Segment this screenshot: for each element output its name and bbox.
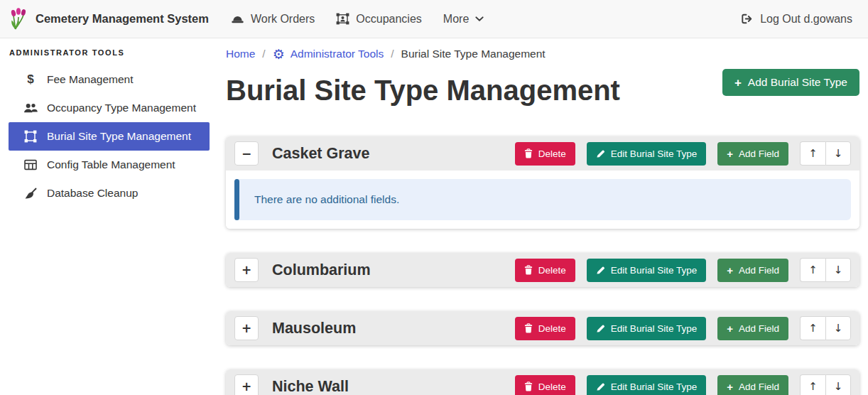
reorder-button-group: ↑ ↓ bbox=[800, 374, 851, 395]
nav-more[interactable]: More bbox=[433, 7, 494, 31]
sidebar-item-label: Fee Management bbox=[47, 73, 134, 86]
app-brand[interactable]: Cemetery Management System bbox=[9, 8, 209, 31]
no-fields-alert: There are no additional fields. bbox=[234, 179, 851, 220]
panel-columbarium: + Columbarium Delete bbox=[226, 253, 859, 287]
panel-niche-wall: + Niche Wall Delete bbox=[226, 369, 859, 395]
edit-label: Edit Burial Site Type bbox=[611, 323, 697, 334]
edit-label: Edit Burial Site Type bbox=[611, 382, 697, 392]
breadcrumb-administrator-tools[interactable]: ⚙ Administrator Tools bbox=[273, 48, 384, 61]
nav-occupancies-label: Occupancies bbox=[356, 13, 422, 26]
logout-label: Log Out d.gowans bbox=[760, 13, 852, 26]
breadcrumb-current: Burial Site Type Management bbox=[401, 48, 546, 60]
app-title: Cemetery Management System bbox=[36, 12, 209, 26]
sidebar-item-burial-site-type-management[interactable]: Burial Site Type Management bbox=[9, 122, 210, 151]
breadcrumb-separator: / bbox=[262, 48, 265, 60]
plus-icon: + bbox=[727, 323, 733, 334]
logout-link[interactable]: Log Out d.gowans bbox=[738, 7, 855, 31]
broom-icon bbox=[22, 188, 39, 200]
users-icon bbox=[22, 102, 39, 114]
panel-title: Mausoleum bbox=[272, 320, 356, 337]
add-field-button[interactable]: + Add Field bbox=[717, 259, 788, 282]
move-down-button[interactable]: ↓ bbox=[825, 316, 851, 340]
panel-title: Casket Grave bbox=[272, 145, 369, 163]
sidebar-item-label: Config Table Management bbox=[47, 158, 175, 171]
sidebar: ADMINISTRATOR TOOLS $ Fee Management Occ… bbox=[0, 38, 217, 395]
move-up-button[interactable]: ↑ bbox=[800, 374, 825, 395]
sidebar-item-label: Burial Site Type Management bbox=[47, 130, 191, 143]
expand-toggle-button[interactable]: + bbox=[234, 374, 259, 395]
delete-button[interactable]: Delete bbox=[515, 142, 575, 166]
delete-label: Delete bbox=[538, 382, 566, 392]
breadcrumb-home[interactable]: Home bbox=[226, 48, 255, 60]
nav-work-orders[interactable]: Work Orders bbox=[220, 7, 325, 31]
edit-burial-site-type-button[interactable]: Edit Burial Site Type bbox=[587, 142, 706, 166]
hard-hat-icon bbox=[231, 13, 244, 24]
panel-body: There are no additional fields. bbox=[226, 171, 859, 229]
page-title: Burial Site Type Management bbox=[226, 71, 620, 109]
reorder-button-group: ↑ ↓ bbox=[800, 316, 851, 340]
pencil-icon bbox=[596, 324, 605, 333]
frame-user-icon bbox=[336, 13, 349, 25]
move-down-button[interactable]: ↓ bbox=[825, 258, 851, 282]
move-down-button[interactable]: ↓ bbox=[825, 374, 851, 395]
sidebar-item-database-cleanup[interactable]: Database Cleanup bbox=[9, 179, 210, 207]
edit-burial-site-type-button[interactable]: Edit Burial Site Type bbox=[587, 259, 706, 282]
alert-left-bar bbox=[234, 179, 239, 220]
add-field-button[interactable]: + Add Field bbox=[717, 375, 788, 395]
no-fields-message: There are no additional fields. bbox=[254, 193, 399, 205]
delete-label: Delete bbox=[538, 323, 566, 334]
delete-button[interactable]: Delete bbox=[515, 375, 575, 395]
panel-title: Columbarium bbox=[272, 261, 371, 279]
logout-icon bbox=[741, 13, 754, 24]
plus-icon: + bbox=[734, 77, 742, 89]
move-up-button[interactable]: ↑ bbox=[800, 258, 825, 282]
sidebar-heading: ADMINISTRATOR TOOLS bbox=[9, 48, 210, 57]
breadcrumb-separator: / bbox=[391, 48, 394, 60]
add-burial-site-type-button[interactable]: + Add Burial Site Type bbox=[722, 69, 859, 96]
delete-label: Delete bbox=[538, 148, 566, 159]
primary-nav: Work Orders Occupancies More bbox=[220, 7, 494, 31]
add-field-button[interactable]: + Add Field bbox=[717, 317, 788, 340]
page-header: Burial Site Type Management + Add Burial… bbox=[226, 63, 859, 136]
edit-label: Edit Burial Site Type bbox=[611, 265, 697, 276]
breadcrumb: Home / ⚙ Administrator Tools / Burial Si… bbox=[226, 45, 859, 63]
collapse-toggle-button[interactable]: − bbox=[234, 141, 259, 166]
expand-toggle-button[interactable]: + bbox=[234, 258, 259, 282]
expand-toggle-button[interactable]: + bbox=[234, 316, 259, 340]
edit-burial-site-type-button[interactable]: Edit Burial Site Type bbox=[587, 317, 706, 340]
table-icon bbox=[22, 159, 39, 171]
nav-occupancies[interactable]: Occupancies bbox=[325, 7, 433, 31]
add-field-label: Add Field bbox=[739, 382, 779, 392]
main-content: Home / ⚙ Administrator Tools / Burial Si… bbox=[217, 38, 868, 395]
sidebar-item-fee-management[interactable]: $ Fee Management bbox=[9, 65, 210, 94]
trash-icon bbox=[524, 382, 533, 391]
nav-more-label: More bbox=[443, 13, 469, 26]
panel-casket-grave: − Casket Grave Delete bbox=[226, 136, 859, 229]
add-field-label: Add Field bbox=[739, 148, 779, 159]
delete-label: Delete bbox=[538, 265, 566, 276]
delete-button[interactable]: Delete bbox=[515, 317, 575, 340]
move-up-button[interactable]: ↑ bbox=[800, 141, 825, 166]
delete-button[interactable]: Delete bbox=[515, 259, 575, 282]
panel-mausoleum: + Mausoleum Delete bbox=[226, 311, 859, 345]
sidebar-item-config-table-management[interactable]: Config Table Management bbox=[9, 151, 210, 179]
panel-title: Niche Wall bbox=[272, 378, 349, 395]
add-field-label: Add Field bbox=[739, 265, 779, 276]
trash-icon bbox=[524, 265, 533, 275]
trash-icon bbox=[524, 323, 533, 333]
reorder-button-group: ↑ ↓ bbox=[800, 141, 851, 166]
trash-icon bbox=[524, 148, 533, 158]
add-field-button[interactable]: + Add Field bbox=[717, 142, 788, 166]
plus-icon: + bbox=[727, 148, 733, 159]
edit-label: Edit Burial Site Type bbox=[611, 148, 697, 159]
panel-header: + Columbarium Delete bbox=[226, 253, 859, 287]
sidebar-item-occupancy-type-management[interactable]: Occupancy Type Management bbox=[9, 94, 210, 122]
edit-burial-site-type-button[interactable]: Edit Burial Site Type bbox=[587, 375, 706, 395]
panel-header: + Niche Wall Delete bbox=[226, 369, 859, 395]
plus-icon: + bbox=[727, 265, 733, 276]
move-up-button[interactable]: ↑ bbox=[800, 316, 825, 340]
reorder-button-group: ↑ ↓ bbox=[800, 258, 851, 282]
move-down-button[interactable]: ↓ bbox=[825, 141, 851, 166]
pencil-icon bbox=[596, 382, 605, 391]
vector-square-icon bbox=[22, 130, 39, 143]
